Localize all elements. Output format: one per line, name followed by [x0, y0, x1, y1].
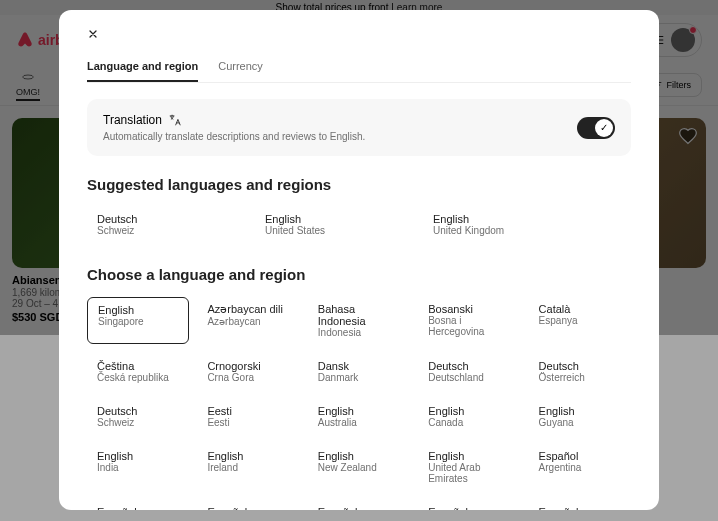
lang-region: United Arab Emirates — [428, 462, 510, 484]
lang-name: Crnogorski — [207, 360, 289, 372]
modal-overlay[interactable]: Language and region Currency Translation… — [0, 0, 718, 521]
lang-region: Deutschland — [428, 372, 510, 383]
language-option[interactable]: EnglishAustralia — [308, 399, 410, 434]
lang-name: English — [207, 450, 289, 462]
lang-region: Bosna i Hercegovina — [428, 315, 510, 337]
lang-region: United Kingdom — [433, 225, 573, 236]
language-option[interactable]: EnglishSingapore — [87, 297, 189, 344]
lang-region: Česká republika — [97, 372, 179, 383]
lang-name: English — [433, 213, 573, 225]
language-option[interactable]: DeutschDeutschland — [418, 354, 520, 389]
lang-name: English — [428, 450, 510, 462]
language-option[interactable]: EspañolChile — [308, 500, 410, 510]
lang-name: Español — [97, 506, 179, 510]
language-option[interactable]: EestiEesti — [197, 399, 299, 434]
lang-name: Deutsch — [97, 213, 237, 225]
lang-region: Schweiz — [97, 225, 237, 236]
language-option[interactable]: DeutschSchweiz — [87, 207, 247, 242]
lang-name: Eesti — [207, 405, 289, 417]
language-option[interactable]: CrnogorskiCrna Gora — [197, 354, 299, 389]
language-option[interactable]: EnglishIreland — [197, 444, 299, 490]
lang-region: Ireland — [207, 462, 289, 473]
lang-region: Danmark — [318, 372, 400, 383]
language-option[interactable]: EnglishUnited Kingdom — [423, 207, 583, 242]
lang-name: Bahasa Indonesia — [318, 303, 400, 327]
lang-region: Guyana — [539, 417, 621, 428]
language-option[interactable]: CatalàEspanya — [529, 297, 631, 344]
language-option[interactable]: EspañolBolivia — [197, 500, 299, 510]
lang-name: Dansk — [318, 360, 400, 372]
language-option[interactable]: EnglishUnited Arab Emirates — [418, 444, 520, 490]
lang-region: Argentina — [539, 462, 621, 473]
language-option[interactable]: EnglishUnited States — [255, 207, 415, 242]
check-icon: ✓ — [595, 119, 613, 137]
translation-sub: Automatically translate descriptions and… — [103, 131, 365, 142]
lang-region: Crna Gora — [207, 372, 289, 383]
lang-name: English — [265, 213, 405, 225]
lang-name: Čeština — [97, 360, 179, 372]
language-option[interactable]: DanskDanmark — [308, 354, 410, 389]
lang-name: English — [97, 450, 179, 462]
lang-name: Español — [428, 506, 510, 510]
lang-region: Australia — [318, 417, 400, 428]
lang-region: Canada — [428, 417, 510, 428]
language-option[interactable]: DeutschÖsterreich — [529, 354, 631, 389]
lang-name: Deutsch — [539, 360, 621, 372]
lang-region: Eesti — [207, 417, 289, 428]
language-option[interactable]: DeutschSchweiz — [87, 399, 189, 434]
lang-name: English — [539, 405, 621, 417]
language-option[interactable]: Bahasa IndonesiaIndonesia — [308, 297, 410, 344]
language-modal: Language and region Currency Translation… — [59, 10, 659, 510]
lang-name: Español — [539, 450, 621, 462]
lang-region: Singapore — [98, 316, 178, 327]
language-option[interactable]: BosanskiBosna i Hercegovina — [418, 297, 520, 344]
lang-name: English — [318, 405, 400, 417]
translation-title: Translation — [103, 113, 365, 127]
language-option[interactable]: Azərbaycan diliAzərbaycan — [197, 297, 299, 344]
choose-heading: Choose a language and region — [87, 266, 631, 283]
lang-name: English — [428, 405, 510, 417]
lang-region: Österreich — [539, 372, 621, 383]
language-option[interactable]: EspañolBelice — [87, 500, 189, 510]
language-option[interactable]: EnglishIndia — [87, 444, 189, 490]
lang-region: New Zealand — [318, 462, 400, 473]
lang-name: English — [318, 450, 400, 462]
close-button[interactable] — [87, 26, 99, 44]
lang-name: Español — [539, 506, 621, 510]
lang-name: English — [98, 304, 178, 316]
lang-name: Español — [207, 506, 289, 510]
lang-name: Español — [318, 506, 400, 510]
language-option[interactable]: EspañolCosta Rica — [529, 500, 631, 510]
lang-region: United States — [265, 225, 405, 236]
language-option[interactable]: EnglishCanada — [418, 399, 520, 434]
translation-toggle[interactable]: ✓ — [577, 117, 615, 139]
lang-region: India — [97, 462, 179, 473]
tab-language[interactable]: Language and region — [87, 52, 198, 82]
language-option[interactable]: EnglishGuyana — [529, 399, 631, 434]
language-option[interactable]: EnglishNew Zealand — [308, 444, 410, 490]
tab-currency[interactable]: Currency — [218, 52, 263, 82]
lang-name: Català — [539, 303, 621, 315]
translate-icon — [168, 113, 182, 127]
lang-name: Bosanski — [428, 303, 510, 315]
close-icon — [87, 28, 99, 40]
lang-name: Deutsch — [97, 405, 179, 417]
lang-region: Espanya — [539, 315, 621, 326]
translation-setting: Translation Automatically translate desc… — [87, 99, 631, 156]
lang-name: Azərbaycan dili — [207, 303, 289, 316]
lang-region: Indonesia — [318, 327, 400, 338]
lang-region: Azərbaycan — [207, 316, 289, 327]
suggested-heading: Suggested languages and regions — [87, 176, 631, 193]
language-option[interactable]: ČeštinaČeská republika — [87, 354, 189, 389]
lang-name: Deutsch — [428, 360, 510, 372]
lang-region: Schweiz — [97, 417, 179, 428]
language-option[interactable]: EspañolColombia — [418, 500, 520, 510]
language-option[interactable]: EspañolArgentina — [529, 444, 631, 490]
